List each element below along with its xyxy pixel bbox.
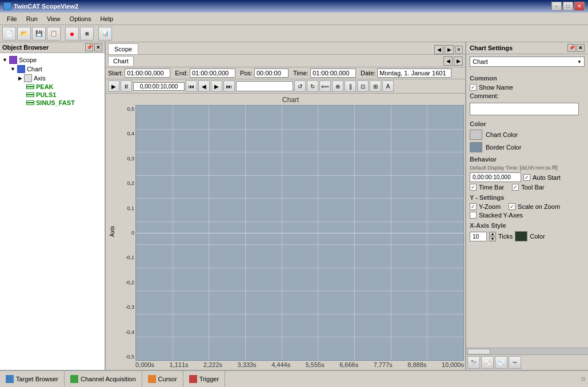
menu-help[interactable]: Help [96, 14, 118, 23]
step-back-button[interactable]: ◀ [198, 80, 210, 92]
time-value: 01:00:00,000 [310, 68, 356, 78]
y-zoom-label: Y-Zoom [479, 203, 501, 210]
display-time-input[interactable] [470, 172, 521, 182]
step-fwd-button[interactable]: ▶ [211, 80, 222, 92]
y-label-3: 0,2 [117, 180, 135, 186]
tree-item-sinus[interactable]: SINUS_FAST [2, 99, 102, 107]
sp-task-axis[interactable]: 📉 [495, 356, 507, 369]
sp-task-scope[interactable]: 🔭 [467, 356, 480, 369]
tree-item-puls1[interactable]: PULS1 [2, 91, 102, 99]
save-button[interactable]: 💾 [32, 27, 46, 41]
sp-task-chart[interactable]: 📈 [481, 356, 494, 369]
ob-close-button[interactable]: ✕ [94, 43, 102, 51]
chart-nav-prev[interactable]: ◀ [443, 57, 453, 66]
bottom-tab-cursor[interactable]: Cursor [142, 371, 183, 387]
tree-item-axis[interactable]: ▶ Axis [2, 74, 102, 83]
chart-nav: ◀ ▶ [443, 57, 463, 66]
stop-button[interactable]: ■ [80, 27, 94, 41]
tree-item-chart[interactable]: ▼ Chart [2, 64, 102, 74]
zoom-button[interactable]: ⊞ [370, 80, 381, 92]
scope-nav-next[interactable]: ▶ [445, 45, 454, 54]
bottom-tab-trigger-label: Trigger [199, 376, 219, 382]
y-label-10: -0,5 [117, 354, 135, 360]
ob-pin-button[interactable]: 📌 [85, 43, 93, 51]
scope-label: Scope [19, 57, 37, 63]
menu-view[interactable]: View [42, 14, 65, 23]
x-axis-color-swatch[interactable] [515, 231, 527, 241]
mark-button[interactable]: ∥ [345, 80, 356, 92]
object-browser-title: Object Browser [2, 44, 49, 51]
chart-tab[interactable]: Chart [108, 56, 134, 66]
prev-button[interactable]: ⏮ [186, 80, 197, 92]
ticks-up[interactable]: ▲ [489, 232, 496, 236]
record-button[interactable]: ● [65, 27, 79, 41]
stacked-y-checkbox[interactable] [470, 212, 477, 219]
menu-file[interactable]: File [2, 14, 22, 23]
title-bar-controls[interactable]: − □ ✕ [551, 2, 585, 11]
progress-bar[interactable] [236, 81, 293, 91]
x-label-4: 4,444s [271, 361, 290, 368]
x-label-6: 6,666s [339, 361, 358, 368]
scroll-thumb[interactable] [467, 349, 490, 354]
chart-color-swatch[interactable] [470, 130, 482, 140]
playback-bar: ▶ ⏸ 0,00:00:10,000 ⏮ ◀ ▶ ⏭ ↺ ↻ ⟸ ⊕ ∥ ⊡ ⊞… [106, 79, 465, 94]
scope-nav-prev[interactable]: ◀ [434, 45, 443, 54]
ticks-spinner[interactable]: ▲ ▼ [489, 232, 496, 241]
ticks-input[interactable] [470, 232, 487, 241]
menu-options[interactable]: Options [65, 14, 96, 23]
chart-nav-next[interactable]: ▶ [454, 57, 463, 66]
tree-item-scope[interactable]: ▼ Scope [2, 55, 102, 64]
v-line-7 [391, 106, 391, 360]
settings-title: Chart Settings [470, 45, 513, 51]
chart-plot-area[interactable]: 0,5 0,4 0,3 0,2 0,1 0 -0,1 -0,2 -0,3 -0,… [117, 105, 464, 361]
open-button[interactable]: 📂 [17, 27, 31, 41]
auto-button[interactable]: A [382, 80, 394, 92]
signal-icon-puls1 [26, 92, 34, 97]
loop-button[interactable]: ↺ [294, 80, 306, 92]
show-name-checkbox[interactable] [470, 84, 477, 91]
y-label-9: -0,4 [117, 329, 135, 335]
bottom-tab-target[interactable]: Target Browser [0, 371, 65, 387]
tree-item-peak[interactable]: PEAK [2, 83, 102, 91]
reload-button[interactable]: ↻ [307, 80, 318, 92]
scale-zoom-checkbox[interactable] [509, 203, 515, 210]
scope-close-button[interactable]: ✕ [455, 46, 463, 54]
border-color-swatch[interactable] [470, 142, 482, 152]
v-line-6 [354, 106, 355, 360]
auto-start-checkbox[interactable] [523, 174, 530, 181]
export-button[interactable]: 📊 [98, 27, 112, 41]
rewind-button[interactable]: ⟸ [319, 80, 331, 92]
sp-pin-button[interactable]: 📌 [567, 44, 575, 52]
h-line-6 [136, 244, 463, 245]
chart-icon [17, 65, 25, 73]
minimize-button[interactable]: − [551, 2, 562, 11]
sp-task-channel[interactable]: 〜 [509, 356, 521, 369]
section-y-settings: Y - Settings [470, 194, 585, 201]
menu-run[interactable]: Run [22, 14, 42, 23]
saveas-button[interactable]: 📋 [47, 27, 61, 41]
ticks-down[interactable]: ▼ [489, 237, 496, 241]
y-zoom-checkbox[interactable] [470, 203, 477, 210]
play-button[interactable]: ▶ [108, 80, 119, 92]
export-chart-button[interactable]: ⊡ [357, 80, 369, 92]
bottom-tab-channel[interactable]: Channel Acquisition [65, 371, 142, 387]
next-button[interactable]: ⏭ [223, 80, 235, 92]
settings-dropdown[interactable]: Chart ▼ [470, 57, 585, 67]
settings-scroll[interactable] [466, 348, 588, 354]
chart-plot[interactable] [135, 105, 464, 361]
new-button[interactable]: 📄 [2, 27, 16, 41]
tool-bar-checkbox[interactable] [512, 184, 519, 191]
x-axis-color-label: Color [530, 233, 545, 240]
sync-button[interactable]: ⊕ [332, 80, 343, 92]
close-button[interactable]: ✕ [574, 2, 585, 11]
sp-close-button[interactable]: ✕ [577, 44, 585, 52]
chart-header: Chart ◀ ▶ [106, 55, 465, 67]
pause-button[interactable]: ⏸ [121, 80, 132, 92]
x-label-2: 2,222s [203, 361, 222, 368]
restore-button[interactable]: □ [563, 2, 573, 11]
comment-input[interactable] [470, 103, 579, 115]
bottom-tab-channel-label: Channel Acquisition [81, 376, 136, 382]
scope-tab[interactable]: Scope [108, 43, 138, 54]
bottom-tab-trigger[interactable]: Trigger [183, 371, 225, 387]
time-bar-checkbox[interactable] [470, 184, 477, 191]
